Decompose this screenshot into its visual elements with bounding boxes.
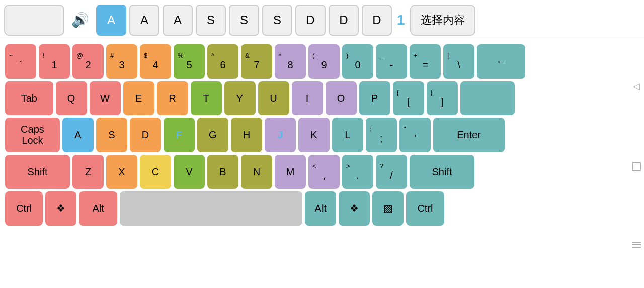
key-4-5[interactable]: ❖ — [339, 191, 370, 226]
key-0-4[interactable]: $4 — [140, 44, 171, 79]
key-row-4: Ctrl❖AltAlt❖▨Ctrl — [5, 191, 639, 226]
key-0-7[interactable]: &7 — [241, 44, 272, 79]
key-1-7[interactable]: U — [258, 81, 289, 115]
key-3-2[interactable]: X — [106, 155, 137, 189]
key-0-6[interactable]: ^6 — [207, 44, 238, 79]
key-2-8[interactable]: K — [298, 118, 330, 152]
key-row-3: ShiftZXCVBNM<,>.?/Shift — [5, 155, 639, 189]
key-1-0[interactable]: Tab — [5, 81, 53, 115]
side-panel: ◁ — [629, 40, 644, 288]
key-4-0[interactable]: Ctrl — [5, 191, 43, 226]
key-0-2[interactable]: @2 — [72, 44, 104, 79]
key-1-11[interactable]: {[ — [393, 81, 424, 115]
key-3-11[interactable]: Shift — [410, 155, 474, 189]
key-2-6[interactable]: H — [231, 118, 262, 152]
key-4-7[interactable]: Ctrl — [406, 191, 444, 226]
key-1-10[interactable]: P — [359, 81, 390, 115]
key-0-14[interactable]: ← — [477, 44, 525, 79]
side-lines — [632, 242, 641, 248]
key-0-9[interactable]: (9 — [308, 44, 340, 79]
key-2-0[interactable]: Caps Lock — [5, 118, 60, 152]
key-2-2[interactable]: S — [96, 118, 127, 152]
key-1-2[interactable]: W — [90, 81, 121, 115]
top-sequence-key-8[interactable]: D — [362, 5, 392, 36]
exit-button[interactable] — [4, 5, 64, 36]
key-3-3[interactable]: C — [140, 155, 171, 189]
top-sequence-key-2[interactable]: A — [163, 5, 193, 36]
speaker-button[interactable]: 🔊 — [67, 12, 93, 28]
top-sequence-key-7[interactable]: D — [329, 5, 359, 36]
key-row-2: Caps LockASDFGHJKL:;"'Enter — [5, 118, 639, 152]
key-1-5[interactable]: T — [191, 81, 222, 115]
top-bar: 🔊 AAASSSDDD1选择内容 — [0, 0, 644, 40]
keyboard-area: ~`!1@2#3$4%5^6&7*8(9)0_-+=|\←TabQWERTYUI… — [0, 40, 644, 288]
key-2-1[interactable]: A — [62, 118, 94, 152]
key-4-4[interactable]: Alt — [305, 191, 336, 226]
side-line — [632, 244, 641, 245]
select-button[interactable]: 选择内容 — [410, 5, 475, 36]
key-0-10[interactable]: )0 — [342, 44, 373, 79]
key-4-2[interactable]: Alt — [79, 191, 117, 226]
key-2-7[interactable]: J — [265, 118, 296, 152]
key-3-1[interactable]: Z — [72, 155, 104, 189]
key-0-1[interactable]: !1 — [39, 44, 70, 79]
key-0-8[interactable]: *8 — [275, 44, 306, 79]
key-3-8[interactable]: <, — [308, 155, 340, 189]
top-sequence-key-1[interactable]: A — [129, 5, 159, 36]
key-0-13[interactable]: |\ — [443, 44, 474, 79]
top-sequence-key-6[interactable]: D — [295, 5, 326, 36]
key-4-6[interactable]: ▨ — [372, 191, 404, 226]
key-2-12[interactable]: Enter — [433, 118, 505, 152]
key-1-3[interactable]: E — [123, 81, 154, 115]
key-0-11[interactable]: _- — [376, 44, 407, 79]
key-1-8[interactable]: I — [292, 81, 323, 115]
side-line — [632, 242, 641, 243]
key-4-3[interactable] — [120, 191, 303, 226]
top-sequence-key-5[interactable]: S — [262, 5, 292, 36]
key-rows: ~`!1@2#3$4%5^6&7*8(9)0_-+=|\←TabQWERTYUI… — [5, 44, 639, 226]
key-2-5[interactable]: G — [197, 118, 228, 152]
key-2-4[interactable]: F — [164, 118, 195, 152]
key-1-12[interactable]: }] — [427, 81, 458, 115]
side-square — [632, 162, 641, 171]
key-3-0[interactable]: Shift — [5, 155, 70, 189]
key-3-10[interactable]: ?/ — [376, 155, 407, 189]
side-arrow-up: ◁ — [633, 81, 640, 92]
key-1-6[interactable]: Y — [224, 81, 256, 115]
key-1-1[interactable]: Q — [56, 81, 87, 115]
key-1-4[interactable]: R — [157, 81, 188, 115]
key-2-3[interactable]: D — [130, 118, 161, 152]
key-3-9[interactable]: >. — [342, 155, 373, 189]
key-2-11[interactable]: "' — [399, 118, 431, 152]
key-3-7[interactable]: M — [275, 155, 306, 189]
key-3-5[interactable]: B — [207, 155, 238, 189]
side-line — [632, 247, 641, 248]
key-2-10[interactable]: :; — [366, 118, 397, 152]
key-0-3[interactable]: #3 — [106, 44, 137, 79]
key-0-0[interactable]: ~` — [5, 44, 36, 79]
key-3-4[interactable]: V — [174, 155, 205, 189]
key-row-0: ~`!1@2#3$4%5^6&7*8(9)0_-+=|\← — [5, 44, 639, 79]
key-row-1: TabQWERTYUIOP{[}] — [5, 81, 639, 115]
key-1-9[interactable]: O — [326, 81, 357, 115]
key-2-9[interactable]: L — [332, 118, 363, 152]
top-sequence-key-3[interactable]: S — [196, 5, 226, 36]
top-sequence-key-0[interactable]: A — [96, 5, 126, 36]
key-0-5[interactable]: %5 — [174, 44, 205, 79]
key-4-1[interactable]: ❖ — [45, 191, 76, 226]
key-1-13[interactable] — [460, 81, 515, 115]
top-sequence-key-4[interactable]: S — [229, 5, 259, 36]
key-0-12[interactable]: += — [410, 44, 441, 79]
key-3-6[interactable]: N — [241, 155, 272, 189]
top-count: 1 — [397, 12, 405, 28]
